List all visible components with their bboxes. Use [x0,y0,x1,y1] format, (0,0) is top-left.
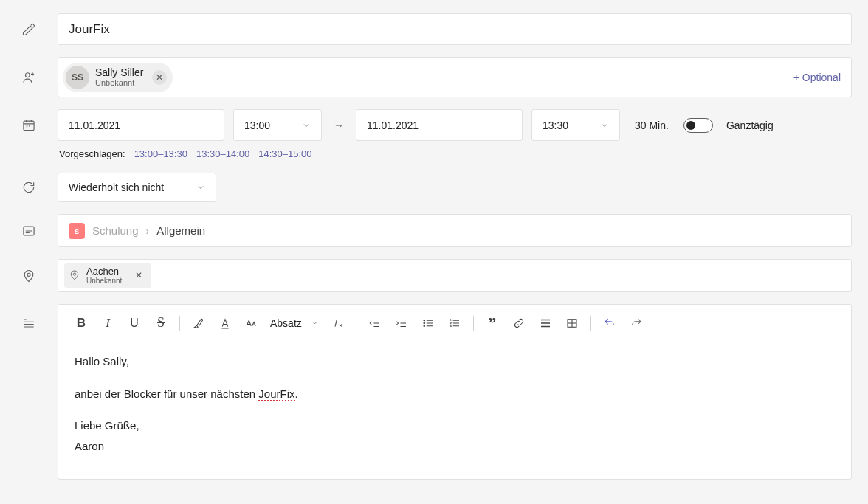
chevron-down-icon [196,183,205,192]
chevron-down-icon [302,121,311,130]
recurrence-text: Wiederholt sich nicht [69,182,164,193]
svg-point-0 [25,72,30,77]
separator [179,316,180,331]
redo-button[interactable] [624,311,649,336]
arrow-icon: → [331,120,347,131]
svg-point-6 [424,322,425,324]
separator [473,316,474,331]
attendee-remove[interactable]: ✕ [152,70,167,85]
body-line1: Hallo Sally, [75,352,835,371]
datetime-icon [0,118,58,133]
location-remove[interactable]: ✕ [132,269,145,282]
separator [356,316,356,331]
breadcrumb-sep: › [146,225,150,237]
description-editor: B I U S Absatz [58,304,852,480]
strike-button[interactable]: S [148,311,173,336]
svg-point-3 [27,273,30,276]
location-input[interactable]: Aachen Unbekannt ✕ [58,259,852,292]
start-time-text: 13:00 [244,120,270,131]
recurrence-select[interactable]: Wiederholt sich nicht [58,173,216,202]
attendee-sub: Unbekannt [95,78,143,88]
end-date-input[interactable]: 11.01.2021 [356,109,523,141]
svg-point-4 [73,273,75,275]
bold-button[interactable]: B [69,311,94,336]
svg-point-7 [424,325,425,327]
description-icon [0,304,58,331]
bullet-list-button[interactable] [416,311,441,336]
start-time-select[interactable]: 13:00 [233,109,322,141]
misspelled-word: JourFix [258,387,294,401]
suggest-slot-2[interactable]: 14:30–15:00 [258,148,311,159]
title-input[interactable]: JourFix [58,13,852,45]
location-pin-icon [69,269,80,281]
link-button[interactable] [506,311,531,336]
font-size-button[interactable] [239,311,264,336]
body-line3: Liebe Grüße, [75,416,835,435]
attendee-icon [0,70,58,85]
table-button[interactable] [559,311,585,336]
indent-button[interactable] [389,311,414,336]
title-text: JourFix [69,22,110,37]
chevron-down-icon [311,319,319,327]
svg-point-5 [424,320,425,321]
end-time-select[interactable]: 13:30 [531,109,620,141]
hr-button[interactable] [533,311,558,336]
start-date-input[interactable]: 11.01.2021 [58,109,224,141]
paragraph-select[interactable]: Absatz [266,317,323,329]
allday-label: Ganztägig [726,120,774,131]
location-chip: Aachen Unbekannt ✕ [64,263,151,288]
body-line2: anbei der Blocker für unser nächsten Jou… [75,384,835,404]
font-color-button[interactable] [213,311,238,336]
attendee-input[interactable]: SS Sally Siller Unbekannt ✕ + Optional [58,57,852,97]
start-date-text: 11.01.2021 [69,120,120,131]
suggestions-row: Vorgeschlagen: 13:00–13:30 13:30–14:00 1… [0,147,868,167]
editor-body[interactable]: Hallo Sally, anbei der Blocker für unser… [58,342,851,479]
channel-input[interactable]: s Schulung › Allgemein [58,214,852,247]
suggest-slot-0[interactable]: 13:00–13:30 [134,148,187,159]
suggest-slot-1[interactable]: 13:30–14:00 [196,148,249,159]
clear-format-button[interactable] [325,311,350,336]
attendee-avatar: SS [66,66,89,89]
attendee-chip: SS Sally Siller Unbekannt ✕ [63,63,173,92]
italic-button[interactable]: I [95,311,120,336]
suggest-label: Vorgeschlagen: [59,148,125,159]
location-icon [0,269,58,283]
location-sub: Unbekannt [86,277,122,285]
editor-toolbar: B I U S Absatz [58,305,851,342]
number-list-button[interactable] [442,311,467,336]
quote-button[interactable]: ” [480,311,505,336]
recurrence-icon [0,180,58,195]
paragraph-label: Absatz [270,317,302,329]
optional-link[interactable]: + Optional [793,72,841,83]
end-time-text: 13:30 [542,120,568,131]
body-line4: Aaron [75,437,835,456]
channel-team: Schulung [92,224,139,237]
undo-button[interactable] [597,311,622,336]
outdent-button[interactable] [362,311,388,336]
channel-name: Allgemein [156,224,205,237]
allday-toggle[interactable] [683,118,713,133]
attendee-name: Sally Siller [95,66,143,79]
channel-icon [0,224,58,238]
team-avatar: s [69,223,85,239]
duration-text: 30 Min. [629,120,675,131]
end-date-text: 11.01.2021 [367,120,418,131]
title-icon [0,22,58,37]
highlight-button[interactable] [186,311,211,336]
location-name: Aachen [86,266,122,277]
underline-button[interactable]: U [122,311,147,336]
separator [590,316,591,331]
chevron-down-icon [600,121,609,130]
